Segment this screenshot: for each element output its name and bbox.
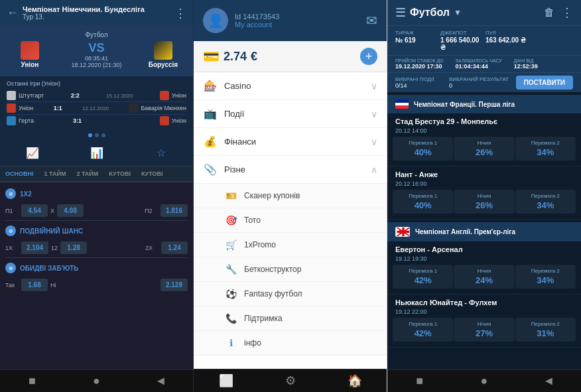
p3-odd-everton-1[interactable]: Перемога 1 42% bbox=[393, 265, 453, 289]
menu-item-events[interactable]: 📺 Події ∨ bbox=[194, 100, 387, 128]
p3-odd-everton-x[interactable]: Нічия 24% bbox=[454, 265, 514, 289]
p3-nav-back[interactable]: ◄ bbox=[517, 374, 581, 388]
game-result-2: Уніон 1:1 12.12.2020 Баварія Мюнхен bbox=[7, 102, 186, 115]
p3-odd-nant-x[interactable]: Нічия 26% bbox=[454, 190, 514, 214]
p3-nav-stop[interactable]: ■ bbox=[387, 374, 452, 388]
odd-btn-12[interactable]: 1.28 bbox=[60, 241, 87, 254]
p3-odd-nant-2[interactable]: Перемога 2 34% bbox=[515, 190, 576, 214]
submenu-info[interactable]: ℹ інфо bbox=[194, 331, 387, 356]
odd-btn-1x[interactable]: 2.104 bbox=[21, 241, 48, 254]
p2-user-link[interactable]: My account bbox=[235, 21, 279, 29]
p3-odds-everton: Перемога 1 42% Нічия 24% Перемога 2 34% bbox=[387, 265, 581, 294]
p2-user-id: Id 144173543 bbox=[235, 13, 279, 21]
qa-stats-button[interactable]: 📊 bbox=[64, 144, 129, 162]
p3-zalysh-value: 01:04:34:44 bbox=[456, 63, 502, 70]
p3-odd-newcastle-x[interactable]: Нічия 27% bbox=[454, 318, 514, 342]
betconstructor-icon: 🔧 bbox=[224, 264, 237, 275]
p3-header-right: 🗑 ⋮ bbox=[544, 5, 573, 20]
p3-trash-icon[interactable]: 🗑 bbox=[544, 7, 554, 19]
events-label: Події bbox=[224, 109, 244, 119]
star-icon: ☆ bbox=[157, 147, 166, 159]
dot-1[interactable] bbox=[88, 133, 92, 137]
odd-btn-ni[interactable]: 2.128 bbox=[161, 279, 188, 291]
submenu-betconstructor[interactable]: 🔧 Бетконструктор bbox=[194, 257, 387, 282]
menu-item-casino-left: 🎰 Casino bbox=[203, 80, 251, 92]
p3-odd-label-n1: Перемога 1 bbox=[397, 193, 449, 199]
bet-label-1x2: 1X2 bbox=[20, 190, 32, 198]
p3-vybrani-label: ВИБРАНІ ПОДІЇ bbox=[395, 76, 434, 82]
p2-nav-home[interactable]: 🏠 bbox=[322, 373, 387, 388]
dot-2[interactable] bbox=[95, 133, 99, 137]
p3-odd-brest-1[interactable]: Перемога 1 40% bbox=[393, 137, 453, 161]
p2-nav-logout[interactable]: ⬜ bbox=[194, 373, 258, 388]
more-button[interactable]: ⋮ bbox=[174, 6, 186, 21]
p1-nav-stop[interactable]: ■ bbox=[0, 374, 64, 388]
p3-odd-value-n2: 34% bbox=[519, 200, 572, 210]
bet-icon-1x2: ⊕ bbox=[5, 188, 16, 199]
menu-item-misc-left: 📎 Різне bbox=[203, 163, 245, 176]
p3-post-button[interactable]: ПОСТАВИТИ bbox=[516, 76, 573, 90]
menu-item-finance-left: 💰 Фінанси bbox=[203, 135, 256, 148]
events-arrow-icon: ∨ bbox=[371, 109, 377, 119]
info-icon: ℹ bbox=[224, 338, 237, 348]
bet-label-double: ПОДВІЙНИЙ ШАНС bbox=[20, 228, 83, 235]
p3-hamburger-icon[interactable]: ☰ bbox=[395, 5, 406, 20]
p2-add-balance-button[interactable]: + bbox=[360, 48, 377, 65]
submenu-scanner[interactable]: 🎫 Сканер купонів bbox=[194, 184, 387, 208]
tab-kutovi1[interactable]: КУТОВІ bbox=[103, 166, 136, 182]
bet-icon-double: ⊕ bbox=[5, 226, 16, 236]
team2-shirt bbox=[154, 41, 172, 60]
events-icon: 📺 bbox=[203, 107, 218, 120]
panel3-football-stats: ☰ Футбол ▼ 🗑 ⋮ ТИРАЖ № 619 ДЖЕКПОТ 1 666… bbox=[387, 0, 581, 392]
odd-btn-x[interactable]: 4.08 bbox=[57, 204, 84, 217]
league-title: Чемпіонат Німеччини. Бундесліга bbox=[23, 5, 170, 13]
odd-btn-p2[interactable]: 1.816 bbox=[161, 204, 188, 217]
p3-nav-home[interactable]: ● bbox=[452, 374, 516, 388]
p3-odd-newcastle-2[interactable]: Перемога 2 31% bbox=[515, 318, 576, 342]
gr-team1: Штутгарт bbox=[7, 91, 44, 100]
dot-3[interactable] bbox=[101, 133, 105, 137]
p3-dano-label: ДАНІ ВІД bbox=[514, 58, 538, 63]
qa-star-button[interactable]: ☆ bbox=[129, 144, 193, 162]
tab-kutovi2[interactable]: КУТОВІ bbox=[136, 166, 168, 182]
p3-match-nant-date: 20.12 16:00 bbox=[387, 180, 581, 190]
gr-date2: 12.12.2020 bbox=[82, 105, 109, 111]
shirt-hertha bbox=[7, 116, 16, 125]
p2-header: 👤 Id 144173543 My account ✉ bbox=[194, 0, 387, 41]
menu-item-casino[interactable]: 🎰 Casino ∨ bbox=[194, 72, 387, 100]
p1-nav-back[interactable]: ◄ bbox=[129, 374, 193, 388]
p3-odd-newcastle-1[interactable]: Перемога 1 42% bbox=[393, 318, 453, 342]
p3-odd-value-nx: 26% bbox=[458, 200, 510, 210]
odd-btn-tak[interactable]: 1.68 bbox=[21, 279, 48, 291]
last-games-section: Останні ігри (Уніон) Штутгарт 2:2 15.12.… bbox=[0, 76, 193, 131]
tab-1taim[interactable]: 1 ТАЙМ bbox=[39, 166, 72, 182]
tab-2taim[interactable]: 2 ТАЙМ bbox=[71, 166, 103, 182]
bet-header-double: ⊕ ПОДВІЙНИЙ ШАНС bbox=[5, 222, 188, 239]
p3-odd-value-bx: 26% bbox=[458, 147, 510, 157]
p3-dropdown-icon[interactable]: ▼ bbox=[454, 8, 462, 17]
back-button[interactable]: ← bbox=[7, 6, 19, 20]
tab-osnovni[interactable]: ОСНОВНІ bbox=[0, 166, 39, 182]
submenu-fantasy[interactable]: ⚽ Fantasy футбол bbox=[194, 282, 387, 306]
p3-odd-everton-2[interactable]: Перемога 2 34% bbox=[515, 265, 576, 289]
casino-label: Casino bbox=[224, 81, 251, 91]
submenu-promo[interactable]: 🛒 1xPromo bbox=[194, 233, 387, 257]
p3-tirazh-value: № 619 bbox=[395, 36, 438, 44]
menu-item-misc[interactable]: 📎 Різне ∧ bbox=[194, 156, 387, 184]
p3-header: ☰ Футбол ▼ 🗑 ⋮ bbox=[387, 0, 581, 25]
gr-score3: 3:1 bbox=[73, 117, 82, 124]
p1-nav-home[interactable]: ● bbox=[64, 374, 129, 388]
odd-btn-2x[interactable]: 1.24 bbox=[161, 241, 188, 254]
p3-more-icon[interactable]: ⋮ bbox=[561, 5, 573, 20]
menu-item-finance[interactable]: 💰 Фінанси ∨ bbox=[194, 128, 387, 156]
p3-odd-brest-2[interactable]: Перемога 2 34% bbox=[515, 137, 576, 161]
qa-chart-button[interactable]: 📈 bbox=[0, 144, 64, 162]
submenu-support[interactable]: 📞 Підтримка bbox=[194, 306, 387, 331]
p2-nav-settings[interactable]: ⚙ bbox=[258, 373, 322, 388]
p3-odd-nant-1[interactable]: Перемога 1 40% bbox=[393, 190, 453, 214]
p2-message-icon[interactable]: ✉ bbox=[366, 13, 377, 29]
p3-odd-brest-x[interactable]: Нічия 26% bbox=[454, 137, 514, 161]
submenu-toto[interactable]: 🎯 Тото bbox=[194, 208, 387, 233]
odd-btn-p1[interactable]: 4.54 bbox=[21, 204, 48, 217]
p3-match-brest-title: Стад Брестуа 29 - Монпельє bbox=[387, 113, 581, 127]
